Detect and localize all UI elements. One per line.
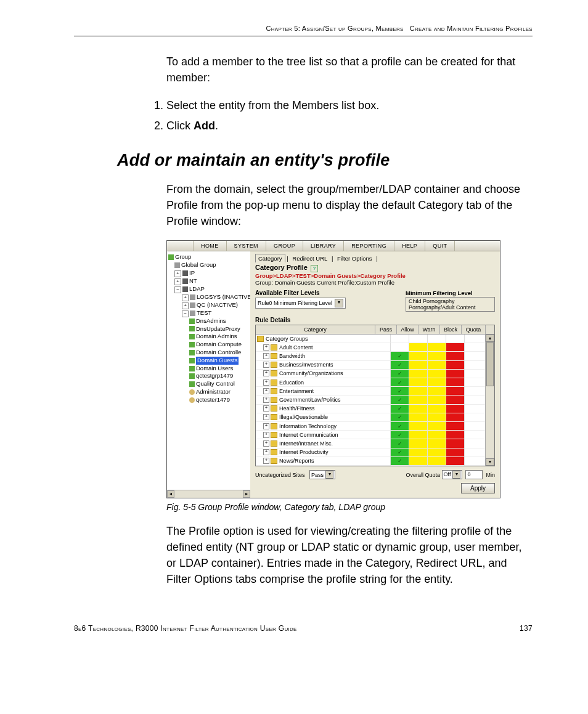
grid-cell-allow[interactable] — [409, 352, 427, 360]
tree-item[interactable]: Domain Admins — [168, 333, 251, 341]
grid-cell-allow[interactable] — [409, 343, 427, 352]
grid-cell-block[interactable] — [446, 396, 464, 404]
tree-item[interactable]: +QC (INACTIVE) — [168, 301, 251, 309]
grid-cell-warn[interactable] — [427, 439, 446, 448]
tab-redirect-url[interactable]: Redirect URL — [290, 254, 330, 262]
tree-item[interactable]: +NT — [168, 277, 251, 285]
expand-icon[interactable]: + — [174, 270, 181, 277]
grid-cell-allow[interactable] — [409, 387, 427, 396]
expand-icon[interactable]: + — [263, 379, 269, 386]
grid-cell-allow[interactable] — [409, 457, 427, 466]
grid-cell[interactable] — [427, 335, 446, 343]
tree-item[interactable]: Group — [168, 253, 251, 261]
grid-cell-pass[interactable] — [390, 413, 409, 422]
chevron-down-icon[interactable]: ▾ — [325, 471, 333, 479]
grid-cell-quota[interactable] — [464, 370, 485, 378]
tree-item[interactable]: Domain Users — [168, 365, 251, 373]
tree-horizontal-scrollbar[interactable]: ◂ ▸ — [167, 490, 250, 498]
scroll-thumb[interactable] — [486, 342, 494, 386]
grid-cell-allow[interactable] — [409, 439, 427, 448]
grid-cell-quota[interactable] — [464, 396, 485, 404]
grid-header-warn[interactable]: Warn — [419, 325, 440, 334]
tree-item[interactable]: Global Group — [168, 261, 251, 269]
expand-icon[interactable]: + — [174, 278, 181, 285]
expand-icon[interactable]: + — [263, 344, 269, 351]
chevron-down-icon[interactable]: ▾ — [335, 299, 343, 307]
grid-cell-warn[interactable] — [427, 413, 446, 422]
category-row[interactable]: +Education — [256, 378, 390, 387]
expand-icon[interactable]: + — [263, 370, 269, 376]
grid-cell[interactable] — [446, 335, 464, 343]
grid-cell-block[interactable] — [446, 457, 464, 466]
tree-item[interactable]: qctestgrp1479 — [168, 372, 251, 380]
overall-quota-dropdown[interactable]: Off ▾ — [442, 470, 463, 479]
grid-cell-warn[interactable] — [427, 352, 446, 360]
grid-cell-allow[interactable] — [409, 448, 427, 457]
grid-cell-block[interactable] — [446, 378, 464, 387]
grid-cell-quota[interactable] — [464, 448, 485, 457]
overall-quota-minutes[interactable]: 0 — [465, 470, 483, 479]
grid-cell-quota[interactable] — [464, 422, 485, 431]
tree-item[interactable]: Administrator — [168, 388, 251, 396]
grid-cell-block[interactable] — [446, 448, 464, 457]
grid-cell-pass[interactable] — [390, 352, 409, 360]
category-row[interactable]: +Internet Productivity — [256, 448, 390, 457]
grid-cell-warn[interactable] — [427, 370, 446, 378]
grid-cell[interactable] — [464, 335, 485, 343]
grid-cell-warn[interactable] — [427, 431, 446, 439]
grid-cell-quota[interactable] — [464, 343, 485, 352]
category-row[interactable]: +Community/Organizations — [256, 370, 390, 378]
tab-category[interactable]: Category — [255, 254, 285, 262]
menu-library[interactable]: LIBRARY — [303, 241, 344, 251]
expand-icon[interactable]: + — [263, 362, 269, 368]
grid-cell[interactable] — [390, 335, 409, 343]
grid-header-pass[interactable]: Pass — [375, 325, 397, 334]
expand-icon[interactable]: + — [263, 423, 269, 429]
menu-home[interactable]: HOME — [194, 241, 227, 251]
grid-cell-pass[interactable] — [390, 422, 409, 431]
menu-quit[interactable]: QUIT — [425, 241, 455, 251]
grid-cell-warn[interactable] — [427, 343, 446, 352]
grid-cell-quota[interactable] — [464, 439, 485, 448]
tree-item[interactable]: Quality Control — [168, 380, 251, 388]
category-row[interactable]: +Internet Communication — [256, 431, 390, 439]
grid-cell-pass[interactable] — [390, 405, 409, 413]
grid-cell-block[interactable] — [446, 439, 464, 448]
help-icon[interactable]: ? — [311, 265, 318, 272]
menu-group[interactable]: GROUP — [266, 241, 303, 251]
expand-icon[interactable]: + — [263, 414, 269, 420]
grid-cell-pass[interactable] — [390, 457, 409, 466]
tree-pane[interactable]: GroupGlobal Group+IP+NT−LDAP+LOGSYS (INA… — [167, 251, 253, 490]
grid-cell-warn[interactable] — [427, 457, 446, 466]
grid-cell-block[interactable] — [446, 361, 464, 370]
grid-cell-warn[interactable] — [427, 448, 446, 457]
category-row[interactable]: +News/Reports — [256, 457, 390, 466]
grid-cell-allow[interactable] — [409, 378, 427, 387]
grid-cell-allow[interactable] — [409, 396, 427, 404]
tree-item[interactable]: Domain Compute — [168, 341, 251, 349]
grid-cell-pass[interactable] — [390, 370, 409, 378]
expand-icon[interactable]: − — [182, 310, 189, 317]
grid-cell-warn[interactable] — [427, 387, 446, 396]
category-row[interactable]: +Internet/Intranet Misc. — [256, 439, 390, 448]
expand-icon[interactable]: + — [263, 449, 269, 455]
expand-icon[interactable]: + — [263, 405, 269, 412]
grid-cell-block[interactable] — [446, 352, 464, 360]
tree-item[interactable]: Domain Controlle — [168, 349, 251, 357]
grid-cell-pass[interactable] — [390, 448, 409, 457]
grid-cell-warn[interactable] — [427, 361, 446, 370]
grid-cell-quota[interactable] — [464, 387, 485, 396]
expand-icon[interactable]: + — [263, 353, 269, 359]
grid-cell-allow[interactable] — [409, 370, 427, 378]
grid-cell-block[interactable] — [446, 370, 464, 378]
expand-icon[interactable]: + — [263, 397, 269, 403]
afl-dropdown[interactable]: Rule0 Minimum Filtering Level ▾ — [255, 298, 346, 309]
grid-vertical-scrollbar[interactable]: ▴▾ — [485, 335, 494, 466]
tree-item[interactable]: −LDAP — [168, 285, 251, 293]
grid-header-quota[interactable]: Quota — [462, 325, 486, 334]
grid-cell-pass[interactable] — [390, 378, 409, 387]
grid-cell-quota[interactable] — [464, 361, 485, 370]
category-row[interactable]: +Illegal/Questionable — [256, 413, 390, 422]
tree-item[interactable]: −TEST — [168, 309, 251, 317]
grid-cell-quota[interactable] — [464, 352, 485, 360]
